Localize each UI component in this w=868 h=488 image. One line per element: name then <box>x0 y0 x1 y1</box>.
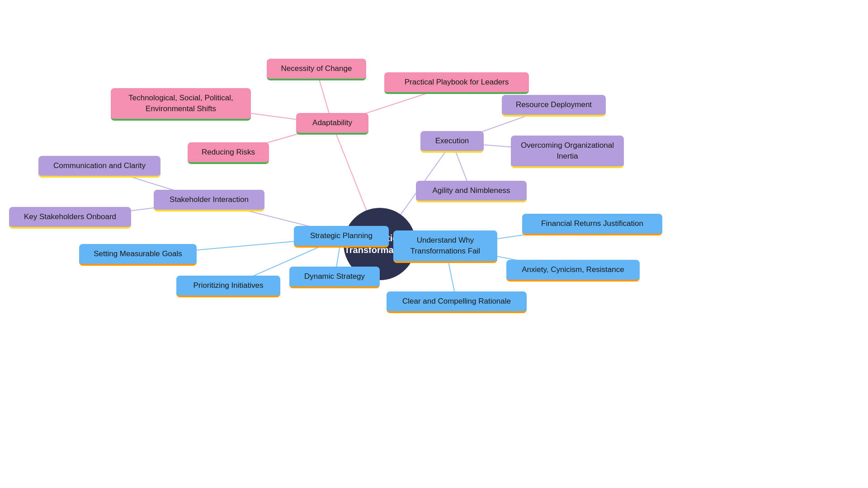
node-agility[interactable]: Agility and Nimbleness <box>416 181 527 202</box>
node-reducing[interactable]: Reducing Risks <box>188 142 269 164</box>
node-strategic[interactable]: Strategic Planning <box>294 226 389 248</box>
node-adaptability[interactable]: Adaptability <box>296 113 368 135</box>
node-execution[interactable]: Execution <box>420 131 484 153</box>
node-tech[interactable]: Technological, Social, Political,Environ… <box>111 88 251 121</box>
node-overcoming[interactable]: Overcoming OrganizationalInertia <box>511 136 624 168</box>
node-clear[interactable]: Clear and Compelling Rationale <box>387 291 527 313</box>
node-practical[interactable]: Practical Playbook for Leaders <box>384 72 529 94</box>
node-prioritizing[interactable]: Prioritizing Initiatives <box>176 276 280 297</box>
node-dynamic[interactable]: Dynamic Strategy <box>289 267 380 288</box>
node-stakeholder_int[interactable]: Stakeholder Interaction <box>154 190 264 211</box>
node-necessity[interactable]: Necessity of Change <box>267 59 366 80</box>
node-key_stake[interactable]: Key Stakeholders Onboard <box>9 207 131 229</box>
node-anxiety[interactable]: Anxiety, Cynicism, Resistance <box>506 260 640 282</box>
node-comm[interactable]: Communication and Clarity <box>38 156 160 178</box>
node-resource[interactable]: Resource Deployment <box>502 95 606 117</box>
node-setting[interactable]: Setting Measurable Goals <box>79 244 197 266</box>
node-understand[interactable]: Understand WhyTransformations Fail <box>393 230 497 263</box>
node-financial[interactable]: Financial Returns Justification <box>522 214 662 235</box>
mind-map: Organizational TransformationsNecessity … <box>0 0 868 488</box>
